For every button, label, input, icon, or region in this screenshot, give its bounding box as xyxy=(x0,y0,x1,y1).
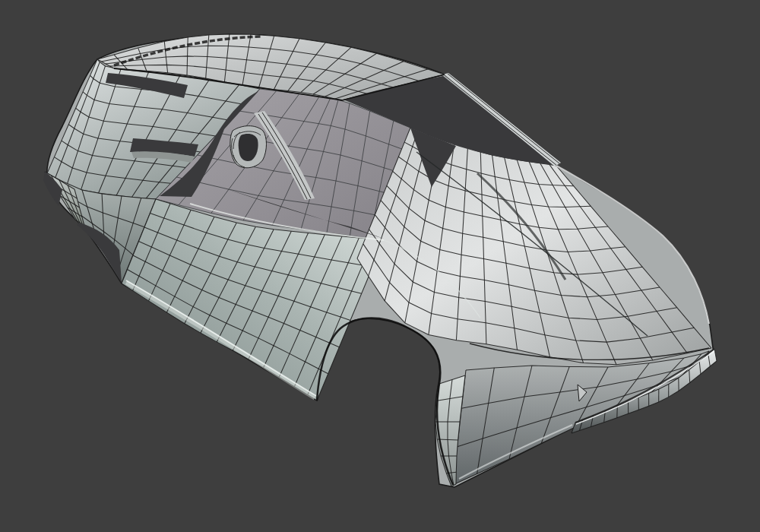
viewport-canvas[interactable] xyxy=(0,0,760,532)
viewport[interactable] xyxy=(0,0,760,532)
